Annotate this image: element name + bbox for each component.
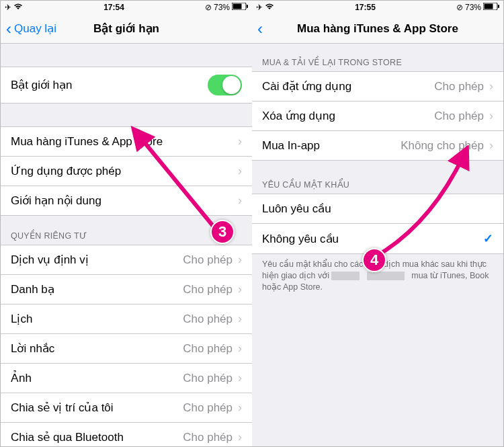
row-label: Chia sẻ qua Bluetooth [11, 430, 124, 444]
row-calendars[interactable]: Lịch Cho phép› [1, 304, 252, 334]
rotation-lock-icon: ⊘ [456, 3, 463, 12]
row-label: Dịch vụ định vị [11, 253, 89, 267]
row-label: Xóa ứng dụng [262, 109, 335, 123]
right-screenshot: ✈ 17:55 ⊘ 73% ‹ Mua hàng iTunes & App St… [252, 1, 503, 446]
status-bar: ✈ 17:54 ⊘ 73% [1, 1, 252, 14]
chevron-right-icon: › [238, 164, 242, 178]
row-label: Giới hạn nội dung [11, 194, 101, 208]
section-header-store: MUA & TẢI VỀ LẠI TRONG STORE [252, 44, 503, 71]
rotation-lock-icon: ⊘ [205, 3, 212, 12]
row-value: Cho phép [183, 431, 233, 444]
nav-title: Mua hàng iTunes & App Store [252, 22, 503, 36]
row-allowed-apps[interactable]: Ứng dụng được phép › [1, 157, 252, 186]
airplane-icon: ✈ [5, 3, 11, 12]
chevron-right-icon: › [238, 312, 242, 326]
row-value: Cho phép [183, 253, 233, 267]
wifi-icon [265, 3, 274, 12]
checkmark-icon: ✓ [483, 231, 493, 246]
row-contacts[interactable]: Danh bạ Cho phép› [1, 275, 252, 304]
svg-rect-4 [484, 4, 493, 9]
row-reminders[interactable]: Lời nhắc Cho phép› [1, 334, 252, 364]
chevron-right-icon: › [238, 253, 242, 267]
row-label: Lịch [11, 312, 32, 326]
row-label: Mua hàng iTunes & App Store [11, 135, 163, 149]
chevron-right-icon: › [238, 341, 242, 356]
nav-back-button[interactable]: ‹ [252, 19, 263, 38]
row-value: Cho phép [434, 110, 484, 123]
chevron-right-icon: › [238, 194, 242, 208]
row-label: Chia sẻ vị trí của tôi [11, 401, 114, 415]
row-label: Ứng dụng được phép [11, 164, 121, 178]
row-share-my-location[interactable]: Chia sẻ vị trí của tôi Cho phép› [1, 393, 252, 423]
chevron-right-icon: › [238, 401, 242, 415]
row-label: Luôn yêu cầu [262, 202, 331, 216]
wifi-icon [13, 3, 23, 12]
row-value: Cho phép [183, 342, 233, 356]
row-in-app-purchases[interactable]: Mua In-app Không cho phép› [252, 131, 503, 161]
annotation-badge-3: 3 [210, 220, 235, 244]
annotation-badge-4: 4 [362, 248, 386, 272]
chevron-right-icon: › [489, 109, 493, 123]
row-content-restrictions[interactable]: Giới hạn nội dung › [1, 186, 252, 216]
chevron-left-icon: ‹ [6, 19, 11, 38]
row-label: Không yêu cầu [262, 232, 339, 246]
chevron-right-icon: › [238, 430, 242, 444]
row-itunes-app-store[interactable]: Mua hàng iTunes & App Store › [1, 126, 252, 157]
row-label: Cài đặt ứng dụng [262, 79, 351, 93]
chevron-right-icon: › [489, 79, 493, 93]
battery-percent: 73% [214, 3, 230, 12]
status-time: 17:55 [355, 3, 376, 12]
row-label: Ảnh [11, 371, 32, 385]
svg-rect-2 [247, 5, 248, 8]
row-value: Cho phép [183, 313, 233, 326]
toggle-label: Bật giới hạn [11, 78, 72, 92]
section-header-password: YÊU CẦU MẬT KHẨU [252, 161, 503, 194]
chevron-right-icon: › [238, 282, 242, 296]
row-label: Mua In-app [262, 139, 320, 153]
toggle-switch-on[interactable] [208, 75, 242, 95]
svg-rect-1 [233, 4, 241, 9]
row-value: Không cho phép [401, 139, 484, 153]
nav-bar: ‹ Quay lại Bật giới hạn [1, 14, 252, 44]
row-bluetooth-sharing[interactable]: Chia sẻ qua Bluetooth Cho phép› [1, 423, 252, 446]
row-value: Cho phép [434, 80, 484, 93]
redacted-text [367, 272, 405, 280]
nav-bar: ‹ Mua hàng iTunes & App Store [252, 14, 503, 44]
row-photos[interactable]: Ảnh Cho phép› [1, 364, 252, 393]
chevron-right-icon: › [238, 134, 242, 149]
row-label: Danh bạ [11, 282, 54, 296]
nav-back-button[interactable]: ‹ Quay lại [1, 19, 56, 38]
battery-icon [232, 3, 248, 12]
toggle-row-enable-restrictions[interactable]: Bật giới hạn [1, 67, 252, 104]
row-always-require[interactable]: Luôn yêu cầu [252, 194, 503, 224]
chevron-left-icon: ‹ [257, 19, 263, 38]
svg-rect-5 [498, 5, 499, 8]
row-installing-apps[interactable]: Cài đặt ứng dụng Cho phép› [252, 71, 503, 101]
status-time: 17:54 [103, 3, 124, 12]
battery-icon [483, 3, 499, 12]
chevron-right-icon: › [238, 371, 242, 385]
battery-percent: 73% [465, 3, 481, 12]
redacted-text [331, 272, 360, 280]
nav-back-label: Quay lại [14, 22, 56, 36]
row-value: Cho phép [183, 372, 233, 385]
chevron-right-icon: › [489, 138, 493, 153]
row-value: Cho phép [183, 401, 233, 415]
row-value: Cho phép [183, 283, 233, 296]
status-bar: ✈ 17:55 ⊘ 73% [252, 1, 503, 14]
row-deleting-apps[interactable]: Xóa ứng dụng Cho phép› [252, 101, 503, 131]
row-label: Lời nhắc [11, 341, 54, 356]
airplane-icon: ✈ [256, 3, 263, 12]
left-screenshot: ✈ 17:54 ⊘ 73% ‹ Quay lại Bật giới hạn Bậ… [1, 1, 252, 446]
row-location-services[interactable]: Dịch vụ định vị Cho phép› [1, 245, 252, 275]
